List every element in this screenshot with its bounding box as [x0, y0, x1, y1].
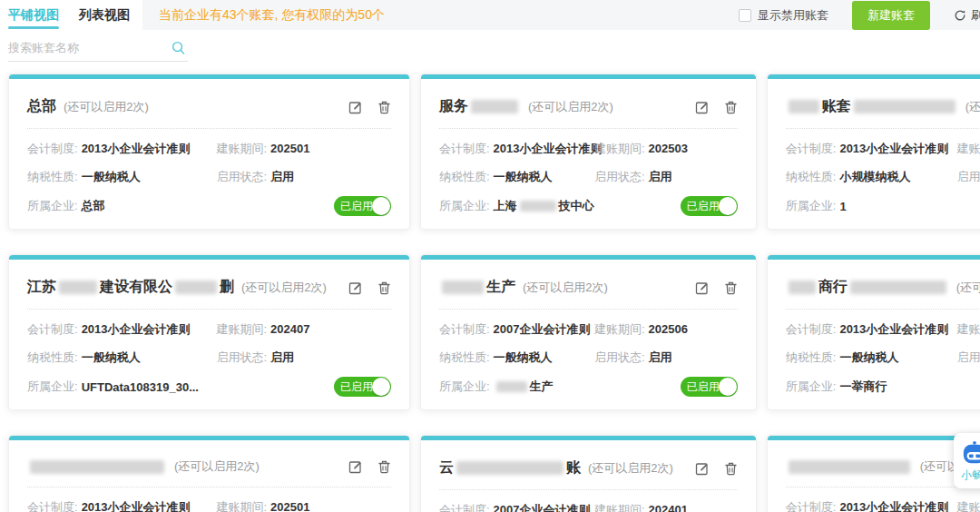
ledger-period-label: 建账期间: [956, 321, 980, 338]
accounting-standard-label: 会计制度: [439, 321, 490, 338]
tab-list-view[interactable]: 列表视图 [79, 0, 130, 30]
enable-status-label: 启用状态: [594, 169, 645, 185]
card-divider [27, 128, 391, 129]
search-icon[interactable] [171, 40, 186, 55]
toolbar-right: 显示禁用账套 新建账套 刷新 [739, 1, 980, 30]
card-divider [27, 487, 391, 487]
ledger-period-label: 建账期间: [216, 499, 267, 512]
refresh-button[interactable]: 刷新 [954, 7, 980, 24]
enable-status-value: 启用 [270, 350, 294, 366]
delete-icon[interactable] [377, 281, 391, 295]
accounting-standard-value: 2013小企业会计准则 [839, 499, 948, 512]
enable-status-label: 启用状态: [216, 350, 267, 366]
ledger-period-value: 202501 [270, 142, 309, 155]
top-bar: 平铺视图 列表视图 当前企业有43个账套, 您有权限的为50个 显示禁用账套 新… [0, 0, 980, 30]
delete-icon[interactable] [377, 100, 391, 114]
account-set-name: 商行 [786, 278, 949, 297]
account-set-card: 服务 (还可以启用2次) 会计制度: [420, 74, 757, 230]
toggle-knob[interactable] [372, 197, 390, 215]
remaining-activations-hint: (还可以启用2次) [588, 460, 673, 477]
toggle-knob[interactable] [719, 378, 737, 396]
card-divider [439, 128, 738, 129]
ledger-period-label: 建账期间: [216, 141, 267, 157]
owner-company-label: 所属企业: [439, 379, 490, 395]
ledger-period-label: 建账期间: [594, 321, 645, 338]
account-set-card: (还可以启用2次) 会计制度: 2013小企业会计 [8, 435, 410, 512]
ledger-period-label: 建账期间: [594, 141, 645, 157]
delete-icon[interactable] [724, 100, 738, 114]
enabled-toggle-label: 已启用 [340, 379, 373, 395]
owner-company-value: 1 [839, 200, 846, 213]
taxpayer-type-label: 纳税性质: [27, 350, 78, 366]
account-set-card: 总部 (还可以启用2次) 会计制度: [8, 74, 410, 230]
account-set-name: 云账 [439, 458, 581, 478]
owner-company-label: 所属企业: [786, 379, 837, 395]
enable-status-label: 启用状态: [956, 169, 980, 185]
card-accent-bar [421, 255, 756, 260]
enable-status-label: 启用状态: [594, 350, 645, 366]
toggle-knob[interactable] [719, 197, 737, 215]
account-set-name: 服务 [439, 97, 521, 116]
delete-icon[interactable] [377, 459, 391, 474]
owner-company-value: 上海技中心 [494, 198, 594, 214]
edit-icon[interactable] [348, 459, 363, 474]
new-account-set-button[interactable]: 新建账套 [852, 1, 930, 30]
taxpayer-type-label: 纳税性质: [786, 350, 837, 366]
enabled-toggle[interactable]: 已启用 [681, 196, 738, 216]
enabled-toggle[interactable]: 已启用 [681, 377, 738, 397]
accounting-standard-value: 2013小企业会计准则 [839, 321, 948, 338]
ledger-period-label: 建账期间: [956, 499, 980, 512]
edit-icon[interactable] [348, 281, 363, 295]
taxpayer-type-value: 一般纳税人 [839, 350, 898, 366]
card-accent-bar [9, 255, 409, 260]
accounting-standard-label: 会计制度: [786, 499, 837, 512]
show-disabled-checkbox[interactable]: 显示禁用账套 [739, 7, 828, 24]
toggle-knob[interactable] [372, 378, 390, 396]
delete-icon[interactable] [724, 281, 738, 295]
delete-icon[interactable] [724, 461, 738, 476]
checkbox-box-icon[interactable] [739, 9, 751, 22]
card-divider [439, 309, 738, 310]
accounting-standard-value: 2013小企业会计准则 [82, 499, 191, 512]
owner-company-value: 一举商行 [839, 379, 887, 395]
taxpayer-type-value: 小规模纳税人 [839, 169, 910, 185]
enabled-toggle[interactable]: 已启用 [334, 377, 391, 397]
remaining-activations-hint: (还可以启用2次) [528, 99, 613, 115]
account-set-name: 江苏建设有限公删 [27, 278, 234, 297]
enabled-toggle[interactable]: 已启用 [334, 196, 391, 216]
enable-status-value: 启用 [649, 350, 672, 366]
ledger-period-label: 建账期间: [956, 141, 980, 157]
edit-icon[interactable] [695, 281, 710, 295]
edit-icon[interactable] [348, 100, 363, 114]
accounting-standard-label: 会计制度: [27, 141, 78, 157]
owner-company-label: 所属企业: [27, 379, 78, 395]
remaining-activations-hint: (还可以启用2次) [956, 280, 980, 296]
ledger-period-value: 202503 [649, 142, 688, 155]
enable-status-value: 启用 [649, 169, 672, 185]
search-input[interactable] [8, 41, 171, 54]
remaining-activations-hint: (还可以启用2次) [241, 280, 327, 296]
card-accent-bar [768, 255, 980, 260]
account-set-name [27, 460, 167, 474]
enable-status-label: 启用状态: [956, 350, 980, 366]
ledger-period-value: 202501 [270, 500, 309, 512]
accounting-standard-value: 2013小企业会计准则 [82, 141, 191, 157]
accounting-standard-value: 2013小企业会计准则 [82, 321, 191, 338]
assistant-widget[interactable]: 小畅 A [954, 433, 980, 488]
account-set-card: 江苏建设有限公删 (还可以启用2次) 会计制度: [8, 254, 410, 410]
ledger-period-label: 建账期间: [594, 502, 645, 512]
search-bar [8, 35, 188, 62]
card-accent-bar [421, 74, 756, 79]
owner-company-value: 总部 [82, 198, 105, 214]
accounting-standard-label: 会计制度: [439, 141, 490, 157]
refresh-icon [954, 9, 966, 22]
refresh-label: 刷新 [971, 7, 980, 24]
owner-company-value: 生产 [494, 379, 554, 395]
account-count-notice: 当前企业有43个账套, 您有权限的为50个 [159, 7, 385, 24]
owner-company-label: 所属企业: [439, 198, 490, 214]
tab-tile-view[interactable]: 平铺视图 [8, 0, 59, 30]
edit-icon[interactable] [695, 461, 710, 476]
account-set-name: 生产 [439, 278, 515, 297]
card-divider [786, 487, 980, 487]
edit-icon[interactable] [695, 100, 710, 114]
